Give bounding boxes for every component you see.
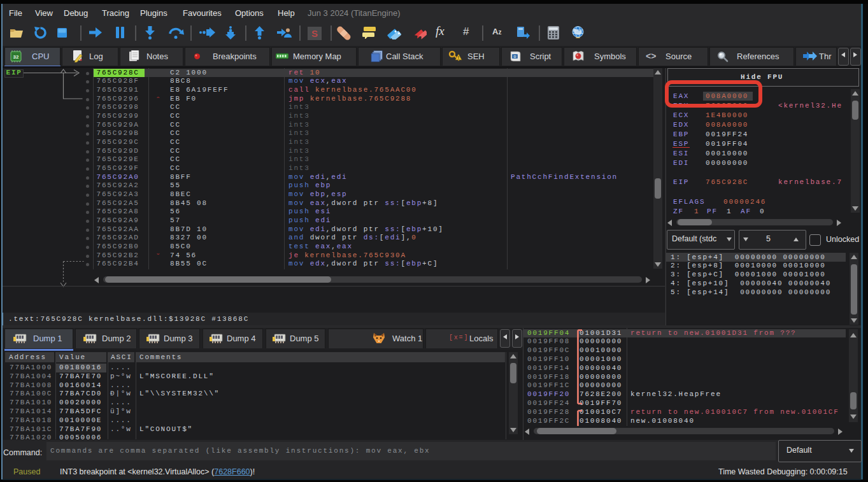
svg-text:32: 32 xyxy=(13,54,19,60)
svg-text:o: o xyxy=(514,55,516,59)
svg-text:!: ! xyxy=(458,55,459,60)
